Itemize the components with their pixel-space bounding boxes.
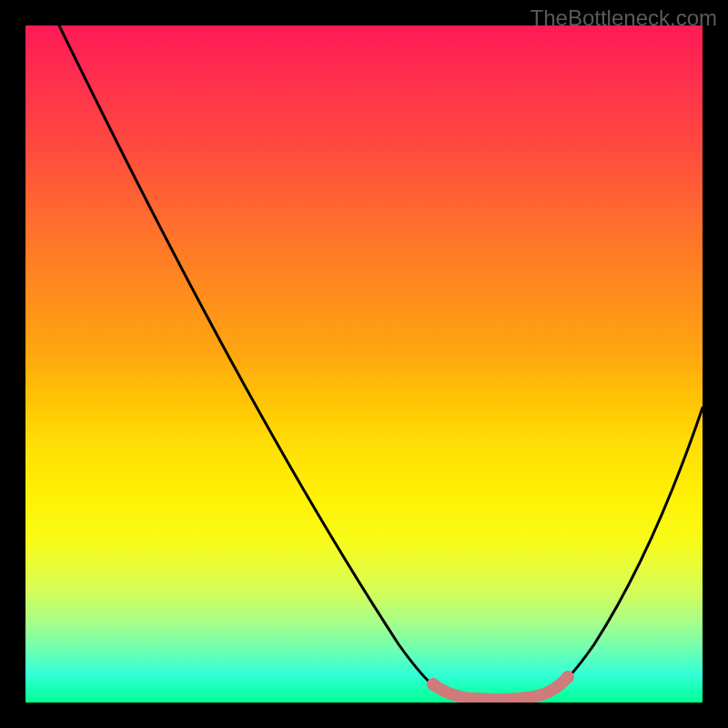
curve-svg	[25, 25, 703, 703]
plot-area	[25, 25, 703, 703]
attribution-text: TheBottleneck.com	[531, 5, 717, 31]
highlight-end-dot	[561, 671, 574, 683]
highlight-zone-stroke	[433, 677, 568, 699]
highlight-start-dot	[427, 678, 440, 691]
bottleneck-curve-line	[59, 25, 703, 699]
